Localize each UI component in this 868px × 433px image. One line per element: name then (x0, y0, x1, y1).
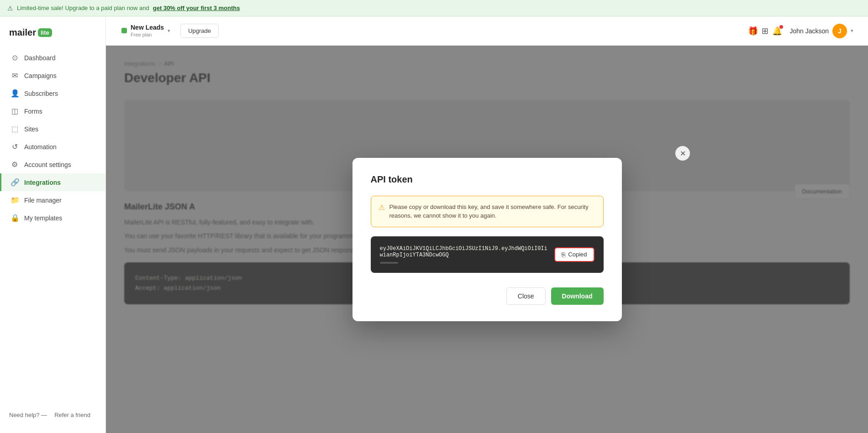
subscribers-icon: 👤 (11, 89, 19, 98)
sidebar-item-file-manager[interactable]: 📁 File manager (0, 191, 105, 209)
workspace-info: New Leads Free plan (131, 23, 164, 38)
workspace-selector[interactable]: New Leads Free plan ▾ (117, 21, 175, 41)
workspace-name: New Leads (131, 23, 164, 31)
sidebar-item-label: Campaigns (24, 72, 57, 79)
notification-icon[interactable]: 🔔 (772, 26, 782, 36)
header-actions: 🎁 ⊞ 🔔 John Jackson J ▾ (748, 22, 857, 40)
warning-icon: ⚠ (379, 203, 385, 212)
sidebar-bottom: Need help? — Refer a friend (0, 404, 105, 426)
sidebar-item-label: Forms (24, 108, 42, 115)
warning-box: ⚠ Please copy or download this key, and … (371, 196, 604, 227)
sidebar-item-my-templates[interactable]: 🔒 My templates (0, 209, 105, 227)
user-avatar: J (832, 24, 847, 38)
forms-icon: ◫ (11, 107, 19, 115)
refer-friend-link[interactable]: Refer a friend (54, 412, 90, 418)
copied-label: Copied (568, 251, 587, 258)
sidebar-item-account-settings[interactable]: ⚙ Account settings (0, 156, 105, 173)
banner-icon: ⚠ (7, 5, 13, 12)
copied-button[interactable]: ⎘ Copied (554, 247, 594, 262)
api-token-modal: API token ⚠ Please copy or download this… (352, 158, 622, 321)
warning-text: Please copy or download this key, and sa… (389, 203, 596, 220)
sidebar-item-dashboard[interactable]: ⊙ Dashboard (0, 49, 105, 67)
campaigns-icon: ✉ (11, 71, 19, 80)
sidebar-item-label: Integrations (24, 179, 61, 186)
upgrade-button[interactable]: Upgrade (180, 24, 219, 38)
token-box: eyJ0eXAiOiJKV1QiLCJhbGciOiJSUzI1NiJ9.eyJ… (371, 236, 604, 273)
logo: mailer lite (0, 24, 105, 49)
sidebar-nav: ⊙ Dashboard ✉ Campaigns 👤 Subscribers ◫ … (0, 49, 105, 227)
gift-icon[interactable]: 🎁 (748, 26, 758, 36)
modal-close-button[interactable]: Close (506, 287, 546, 305)
sidebar-item-integrations[interactable]: 🔗 Integrations (0, 173, 105, 191)
sites-icon: ⬚ (11, 125, 19, 133)
sidebar-item-automation[interactable]: ↺ Automation (0, 138, 105, 156)
account-settings-icon: ⚙ (11, 160, 19, 169)
copy-icon: ⎘ (562, 251, 565, 258)
page-header: New Leads Free plan ▾ Upgrade 🎁 ⊞ 🔔 John… (106, 16, 868, 46)
sidebar-item-label: My templates (24, 214, 62, 222)
sidebar-item-label: Dashboard (24, 54, 56, 62)
sidebar-item-label: Sites (24, 125, 38, 133)
sidebar: mailer lite ⊙ Dashboard ✉ Campaigns 👤 Su… (0, 16, 106, 433)
banner-link[interactable]: get 30% off your first 3 months (153, 5, 240, 11)
dashboard-icon: ⊙ (11, 53, 19, 62)
token-scrollbar (380, 262, 398, 264)
logo-text: mailer (9, 27, 36, 38)
grid-icon[interactable]: ⊞ (762, 26, 768, 36)
sidebar-item-campaigns[interactable]: ✉ Campaigns (0, 67, 105, 84)
user-menu-chevron-icon: ▾ (851, 28, 853, 34)
sidebar-item-label: Account settings (24, 161, 71, 168)
user-menu[interactable]: John Jackson J ▾ (786, 22, 857, 40)
my-templates-icon: 🔒 (11, 214, 19, 222)
integrations-icon: 🔗 (11, 178, 19, 187)
notification-dot (779, 25, 783, 29)
workspace-dot (121, 28, 127, 33)
user-name: John Jackson (789, 27, 829, 35)
banner-text: Limited-time sale! Upgrade to a paid pla… (17, 5, 149, 11)
file-manager-icon: 📁 (11, 196, 19, 204)
need-help-link[interactable]: Need help? — (9, 412, 47, 418)
token-text: eyJ0eXAiOiJKV1QiLCJhbGciOiJSUzI1NiJ9.eyJ… (380, 245, 549, 258)
modal-actions: Close Download (371, 287, 604, 305)
modal-title: API token (371, 174, 604, 185)
token-left: eyJ0eXAiOiJKV1QiLCJhbGciOiJSUzI1NiJ9.eyJ… (380, 245, 549, 264)
sidebar-item-subscribers[interactable]: 👤 Subscribers (0, 84, 105, 102)
main-content: Integrations > API Developer API MailerL… (106, 46, 868, 433)
sidebar-item-label: Automation (24, 143, 57, 151)
top-banner: ⚠ Limited-time sale! Upgrade to a paid p… (0, 0, 868, 16)
sidebar-item-sites[interactable]: ⬚ Sites (0, 120, 105, 138)
automation-icon: ↺ (11, 142, 19, 151)
workspace-plan: Free plan (131, 31, 164, 38)
workspace-chevron-icon: ▾ (168, 28, 170, 34)
sidebar-item-label: File manager (24, 197, 62, 204)
modal-download-button[interactable]: Download (551, 287, 604, 305)
sidebar-item-label: Subscribers (24, 90, 58, 97)
modal-overlay-close-button[interactable]: ✕ (675, 146, 690, 161)
sidebar-item-forms[interactable]: ◫ Forms (0, 102, 105, 120)
modal-overlay: ✕ API token ⚠ Please copy or download th… (106, 46, 868, 433)
logo-badge: lite (38, 28, 52, 37)
